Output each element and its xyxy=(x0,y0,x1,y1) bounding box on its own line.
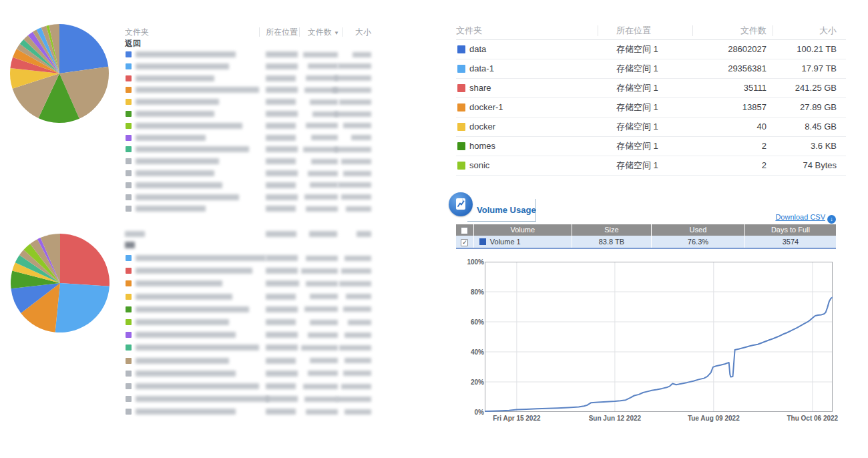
folder-color-square xyxy=(457,162,465,170)
cell-location: 存储空间 1 xyxy=(616,118,658,136)
pie-slice[interactable] xyxy=(59,24,108,73)
redacted-text xyxy=(266,396,298,402)
folder-row[interactable] xyxy=(125,156,374,168)
redacted-text xyxy=(136,358,229,364)
cell-size: 27.89 GB xyxy=(773,98,837,117)
redacted-text xyxy=(306,281,338,286)
redacted-text xyxy=(136,371,236,377)
folder-row[interactable] xyxy=(125,278,374,290)
redacted-text xyxy=(136,345,259,351)
redacted-text xyxy=(335,111,371,117)
redacted-text xyxy=(136,383,259,389)
folder-row[interactable] xyxy=(125,252,374,265)
redacted-text xyxy=(308,63,338,69)
redacted-text xyxy=(266,409,296,415)
redacted-text xyxy=(343,306,371,312)
redacted-text xyxy=(339,345,371,351)
redacted-text xyxy=(338,63,371,69)
redacted-text xyxy=(304,397,338,402)
folder-row[interactable] xyxy=(125,108,374,120)
folder-row[interactable] xyxy=(125,180,374,192)
column-header-folder[interactable]: 文件夹 xyxy=(125,27,149,38)
folder-row[interactable] xyxy=(125,304,374,316)
cell-folder-name: docker xyxy=(469,118,495,136)
volume-table-row[interactable]: ✓ Volume 1 83.8 TB 76.3% 3574 xyxy=(456,236,836,249)
folder-row[interactable] xyxy=(125,342,374,355)
header-used: Used xyxy=(652,224,745,236)
folder-row[interactable] xyxy=(125,73,374,85)
pie-slice[interactable] xyxy=(60,234,110,286)
report-folder-row[interactable]: sonic存储空间 1274 Bytes xyxy=(456,156,846,176)
pie-slice[interactable] xyxy=(55,283,110,332)
header-days-to-full: Days to Full xyxy=(745,224,836,236)
cell-filecount: 28602027 xyxy=(692,40,767,59)
report-folder-row[interactable]: docker-1存储空间 11385727.89 GB xyxy=(456,98,846,118)
folder-row[interactable] xyxy=(125,381,374,393)
row-checkbox-cell[interactable]: ✓ xyxy=(456,236,474,248)
redacted-text xyxy=(136,75,214,81)
cell-volume: Volume 1 xyxy=(474,236,572,248)
redacted-text xyxy=(136,51,236,57)
redacted-text xyxy=(136,158,219,164)
redacted-text xyxy=(136,206,206,212)
x-axis-tick: Thu Oct 06 2022 xyxy=(776,415,849,422)
report-folder-row[interactable]: homes存储空间 123.6 KB xyxy=(456,137,846,156)
redacted-text xyxy=(343,171,371,176)
folder-color-square xyxy=(126,371,132,377)
header-checkbox-cell[interactable] xyxy=(456,224,474,236)
folder-row[interactable] xyxy=(125,132,374,144)
header-size: Size xyxy=(572,224,652,236)
cell-folder-name: data xyxy=(469,40,486,59)
folder-row[interactable] xyxy=(125,406,374,419)
redacted-text xyxy=(309,231,337,237)
folder-row[interactable] xyxy=(125,355,374,368)
redacted-text xyxy=(345,256,371,261)
cell-folder-name: share xyxy=(469,79,491,97)
redacted-text xyxy=(341,194,371,200)
redacted-text xyxy=(266,146,298,152)
shared-folder-report-table: 文件夹 所在位置 文件数 大小 data存储空间 128602027100.21… xyxy=(456,23,846,176)
folder-row[interactable] xyxy=(125,168,374,180)
report-folder-row[interactable]: share存储空间 135111241.25 GB xyxy=(456,79,846,98)
folder-row[interactable] xyxy=(125,61,374,73)
folder-row[interactable] xyxy=(125,265,374,278)
redacted-text xyxy=(136,306,249,312)
report-folder-row[interactable]: data存储空间 128602027100.21 TB xyxy=(456,40,846,59)
volume1-checkbox: ✓ xyxy=(461,239,468,246)
folder-color-square xyxy=(126,87,132,93)
redacted-text xyxy=(266,268,298,274)
report-folder-row[interactable]: docker存储空间 1408.45 GB xyxy=(456,118,846,137)
folder-row[interactable] xyxy=(125,329,374,342)
download-csv-link[interactable]: Download CSV↓ xyxy=(734,213,836,224)
folder-row[interactable] xyxy=(125,84,374,96)
folder-row[interactable] xyxy=(125,291,374,304)
folder-row[interactable] xyxy=(125,393,374,406)
y-axis-tick: 100% xyxy=(466,258,484,266)
column-header-size[interactable]: 大小 xyxy=(318,27,371,38)
x-axis-tick: Fri Apr 15 2022 xyxy=(480,415,554,422)
folder-color-square xyxy=(126,280,132,286)
redacted-text xyxy=(266,280,299,286)
redacted-text xyxy=(353,52,371,57)
folder-table-bottom-rows xyxy=(125,252,374,419)
folder-row[interactable] xyxy=(125,368,374,381)
folder-row[interactable] xyxy=(125,316,374,329)
y-axis-tick: 80% xyxy=(466,288,484,296)
folder-row[interactable] xyxy=(125,144,374,156)
folder-color-square xyxy=(457,123,465,131)
redacted-text xyxy=(136,396,269,402)
folder-color-square xyxy=(126,294,132,300)
folder-row[interactable] xyxy=(125,203,374,215)
redacted-text xyxy=(310,320,338,325)
redacted-text xyxy=(136,194,239,200)
folder-row[interactable] xyxy=(125,96,374,108)
redacted-text xyxy=(266,294,296,300)
report-folder-row[interactable]: data-1存储空间 12935638117.97 TB xyxy=(456,59,846,79)
folder-row[interactable] xyxy=(125,192,374,204)
folder-row[interactable] xyxy=(125,120,374,132)
back-link[interactable]: 返回 xyxy=(125,38,141,49)
redacted-text xyxy=(308,171,338,176)
redacted-text xyxy=(346,294,371,299)
folder-color-square xyxy=(126,182,132,188)
folder-row[interactable] xyxy=(125,49,374,61)
